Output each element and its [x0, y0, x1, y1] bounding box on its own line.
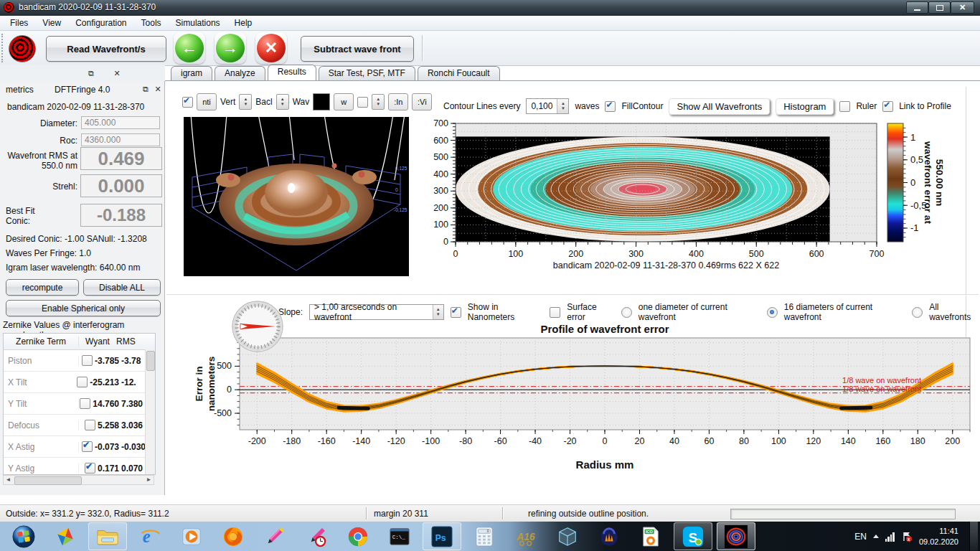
link-to-profile-checkbox[interactable] — [882, 101, 893, 112]
taskbar-item-pencil-timer-app[interactable] — [298, 523, 335, 550]
next-wavefront-button[interactable]: → — [215, 32, 246, 64]
table-row[interactable]: Defocus 5.258 3.036 — [4, 415, 155, 436]
sixteen-diameters-radio[interactable] — [767, 307, 778, 318]
menu-files[interactable]: Files — [3, 16, 35, 30]
hidden-icons-caret[interactable] — [873, 534, 879, 538]
start-button[interactable] — [5, 523, 42, 550]
tab-igram[interactable]: igram — [171, 66, 212, 80]
zernike-enable-checkbox[interactable] — [85, 420, 95, 430]
recompute-button[interactable]: recompute — [6, 279, 79, 296]
taskbar-item-a16-tool[interactable]: A16 — [507, 523, 545, 550]
table-row[interactable]: X Astig -0.073 -0.030 — [4, 436, 155, 458]
menu-view[interactable]: View — [35, 16, 68, 30]
tab-startest-psf-mtf[interactable]: Star Test, PSF, MTF — [319, 66, 415, 80]
contour-chart[interactable]: 0100200300400500600700010020030040050060… — [420, 115, 954, 291]
taskbar-item-media-player[interactable] — [173, 523, 210, 550]
action-center-flag-icon[interactable]: x — [901, 531, 913, 542]
slope-threshold-combo[interactable]: > 1,00 arcseconds on wavefront ▲▼ — [309, 304, 444, 320]
scrollbar-thumb[interactable] — [14, 476, 82, 485]
taskbar-item-explorer[interactable] — [88, 522, 127, 550]
spinner-arrows-icon[interactable]: ▲▼ — [433, 305, 443, 319]
zernike-header-row[interactable]: Zernike Term Wyant RMS — [4, 334, 155, 350]
lighting-checkbox[interactable] — [357, 97, 368, 108]
diameter-field[interactable]: 405.000 — [81, 116, 160, 129]
all-wavefronts-radio[interactable] — [912, 307, 923, 318]
taskbar-item-3d-cube-app[interactable] — [549, 523, 586, 550]
scroll-right-arrow[interactable]: ► — [144, 476, 154, 484]
menu-help[interactable]: Help — [227, 16, 260, 30]
dock-float-icon[interactable]: ⧉ — [86, 68, 96, 78]
background-spinner[interactable]: ▲▼ — [276, 94, 289, 110]
show-nanometers-checkbox[interactable] — [451, 307, 461, 318]
tab-ronchi-foucault[interactable]: Ronchi Foucault — [418, 66, 500, 80]
taskbar-item-diamond-app[interactable] — [47, 523, 84, 550]
show-all-wavefronts-button[interactable]: Show All Wavefronts — [669, 98, 770, 115]
anti-aliasing-button[interactable]: nti — [197, 93, 217, 110]
menu-configuration[interactable]: Configuration — [68, 16, 133, 30]
zernike-enable-checkbox[interactable] — [82, 355, 93, 366]
taskbar-item-firefox[interactable] — [215, 523, 252, 550]
table-row[interactable]: Piston -3.785 -3.78 — [4, 350, 155, 372]
histogram-button[interactable]: Histogram — [776, 98, 834, 115]
vertical-scale-spinner[interactable]: ▲▼ — [239, 94, 252, 110]
fill-contour-checkbox[interactable] — [605, 101, 616, 112]
taskbar-item-command-prompt[interactable]: C:\_ — [381, 523, 418, 550]
enable-spherical-button[interactable]: Enable Spherical only — [6, 300, 161, 316]
tab-analyze[interactable]: Analyze — [215, 66, 265, 80]
taskbar-item-ico-file[interactable]: ICO — [632, 523, 669, 550]
lighting-spinner[interactable]: ▲▼ — [372, 94, 385, 110]
zernike-enable-checkbox[interactable] — [82, 441, 93, 452]
save-view-button[interactable]: :Vi — [412, 93, 432, 110]
zernike-enable-checkbox[interactable] — [77, 377, 88, 387]
taskbar-item-calculator[interactable]: 0 — [466, 523, 503, 550]
disable-all-button[interactable]: Disable ALL — [83, 279, 161, 296]
maximize-button[interactable] — [928, 1, 951, 14]
tab-results[interactable]: Results — [268, 65, 316, 80]
zernike-enable-checkbox[interactable] — [80, 398, 90, 409]
show-desktop-button[interactable] — [969, 522, 978, 551]
taskbar-item-pencil-app[interactable] — [256, 523, 293, 550]
language-indicator[interactable]: EN — [854, 532, 867, 542]
column-rms[interactable]: RMS — [116, 336, 142, 347]
zoom-in-button[interactable]: :In — [388, 93, 408, 110]
vertical-scrollbar[interactable] — [145, 349, 155, 474]
wavefront-3d-view[interactable]: 0,1250-0,125 — [184, 117, 409, 276]
table-row[interactable]: Y Tilt 14.760 7.380 — [4, 393, 155, 415]
surface-error-checkbox[interactable] — [550, 307, 560, 318]
ruler-checkbox[interactable] — [839, 101, 850, 112]
delete-wavefront-button[interactable]: ✕ — [255, 32, 287, 64]
toolbar-drag-handle[interactable] — [1, 34, 5, 62]
profile-chart[interactable]: Profile of wavefront errorError innanome… — [188, 321, 977, 478]
table-row[interactable]: Y Astig 0.171 0.070 — [4, 458, 155, 475]
column-wyant[interactable]: Wyant — [79, 336, 116, 347]
background-color-swatch[interactable] — [313, 93, 330, 110]
scrollbar-thumb[interactable] — [146, 351, 155, 371]
spinner-arrows-icon[interactable]: ▲▼ — [557, 99, 568, 113]
zernike-enable-checkbox[interactable] — [85, 463, 95, 474]
column-zernike-term[interactable]: Zernike Term — [4, 336, 79, 347]
menu-simulations[interactable]: Simulations — [169, 16, 227, 30]
horizontal-scrollbar[interactable]: ◄ ► — [3, 475, 154, 485]
show-button[interactable]: w — [334, 93, 354, 110]
table-row[interactable]: X Tilt -25.213 -12. — [4, 372, 155, 393]
taskbar-item-chrome[interactable] — [339, 523, 377, 550]
taskbar-item-internet-explorer[interactable]: e — [131, 523, 169, 550]
clock[interactable]: 11:41 09.02.2020 — [919, 526, 960, 547]
previous-wavefront-button[interactable]: ← — [174, 32, 205, 64]
interferogram-icon[interactable] — [9, 35, 36, 62]
surface-toggle-checkbox[interactable] — [182, 97, 193, 108]
taskbar-item-dftfringe[interactable] — [717, 522, 755, 550]
close-button[interactable]: ✕ — [951, 1, 974, 14]
scroll-left-arrow[interactable]: ◄ — [4, 476, 13, 484]
panel-close-icon[interactable]: ✕ — [153, 84, 163, 94]
contour-interval-spinbox[interactable]: 0,100 ▲▼ — [526, 98, 569, 114]
taskbar-item-audacity[interactable] — [590, 523, 628, 550]
read-wavefronts-button[interactable]: Read Wavefront/s — [46, 36, 166, 62]
taskbar-item-skype[interactable]: S — [674, 522, 712, 550]
roc-field[interactable]: 4360.000 — [81, 133, 160, 146]
network-icon[interactable] — [885, 532, 895, 542]
menu-tools[interactable]: Tools — [134, 16, 169, 30]
dock-close-icon[interactable]: ✕ — [112, 68, 122, 78]
panel-float-icon[interactable]: ⧉ — [141, 84, 151, 94]
minimize-button[interactable] — [906, 1, 928, 14]
